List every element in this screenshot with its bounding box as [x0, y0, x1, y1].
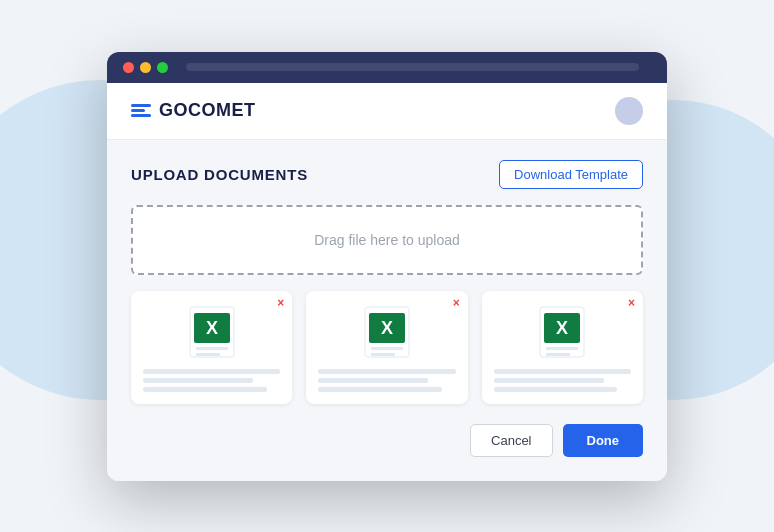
svg-text:X: X: [556, 318, 568, 338]
modal-title-row: UPLOAD DOCUMENTS Download Template: [131, 160, 643, 189]
logo-text: GOCOMET: [159, 100, 256, 121]
logo-line-3: [131, 114, 151, 117]
svg-text:X: X: [206, 318, 218, 338]
action-row: Cancel Done: [131, 424, 643, 457]
browser-titlebar: [107, 52, 667, 83]
remove-file-2-button[interactable]: ×: [453, 297, 460, 309]
svg-text:X: X: [381, 318, 393, 338]
file-lines-3: [494, 369, 631, 392]
file-card-3: × X: [482, 291, 643, 404]
file-line: [494, 378, 604, 383]
traffic-light-close[interactable]: [123, 62, 134, 73]
file-line: [494, 387, 618, 392]
file-line: [318, 387, 442, 392]
excel-icon-2: X: [363, 305, 411, 359]
svg-rect-14: [546, 353, 570, 356]
dropzone[interactable]: Drag file here to upload: [131, 205, 643, 275]
file-line: [494, 369, 631, 374]
done-button[interactable]: Done: [563, 424, 644, 457]
file-card-1: × X: [131, 291, 292, 404]
file-line: [143, 369, 280, 374]
traffic-light-minimize[interactable]: [140, 62, 151, 73]
logo: GOCOMET: [131, 100, 256, 121]
file-line: [318, 369, 455, 374]
cancel-button[interactable]: Cancel: [470, 424, 552, 457]
modal-title: UPLOAD DOCUMENTS: [131, 166, 308, 183]
file-cards-container: × X ×: [131, 291, 643, 404]
svg-rect-3: [196, 347, 228, 350]
traffic-light-maximize[interactable]: [157, 62, 168, 73]
svg-rect-9: [371, 353, 395, 356]
excel-icon-3: X: [538, 305, 586, 359]
file-line: [143, 378, 253, 383]
file-lines-2: [318, 369, 455, 392]
file-card-2: × X: [306, 291, 467, 404]
logo-line-2: [131, 109, 145, 112]
browser-window: GOCOMET UPLOAD DOCUMENTS Download Templa…: [107, 52, 667, 481]
excel-icon-1: X: [188, 305, 236, 359]
logo-icon: [131, 104, 151, 117]
download-template-button[interactable]: Download Template: [499, 160, 643, 189]
file-lines-1: [143, 369, 280, 392]
address-bar: [186, 63, 639, 71]
file-line: [318, 378, 428, 383]
logo-line-1: [131, 104, 151, 107]
dropzone-text: Drag file here to upload: [314, 232, 460, 248]
svg-rect-13: [546, 347, 578, 350]
svg-rect-8: [371, 347, 403, 350]
user-avatar[interactable]: [615, 97, 643, 125]
brand-header: GOCOMET: [107, 83, 667, 140]
modal-body: UPLOAD DOCUMENTS Download Template Drag …: [107, 140, 667, 481]
remove-file-3-button[interactable]: ×: [628, 297, 635, 309]
svg-rect-4: [196, 353, 220, 356]
remove-file-1-button[interactable]: ×: [277, 297, 284, 309]
file-line: [143, 387, 267, 392]
